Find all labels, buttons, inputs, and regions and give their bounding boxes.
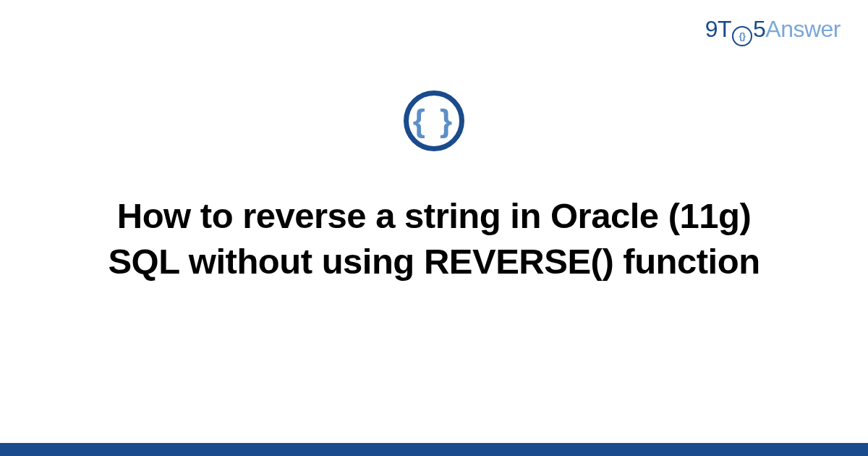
logo-circle-braces: {} (739, 31, 745, 41)
code-braces-icon: { } (404, 90, 464, 151)
main-content: { } How to reverse a string in Oracle (1… (0, 90, 868, 284)
logo-text-answer: Answer (765, 16, 841, 43)
site-logo[interactable]: 9T {} 5 Answer (705, 16, 841, 44)
question-title: How to reverse a string in Oracle (11g) … (87, 193, 781, 284)
logo-circle-icon: {} (732, 26, 752, 46)
footer-bar (0, 443, 868, 456)
logo-text-5: 5 (753, 16, 765, 43)
logo-text-9t: 9T (705, 16, 731, 43)
braces-glyph: { } (413, 105, 455, 137)
